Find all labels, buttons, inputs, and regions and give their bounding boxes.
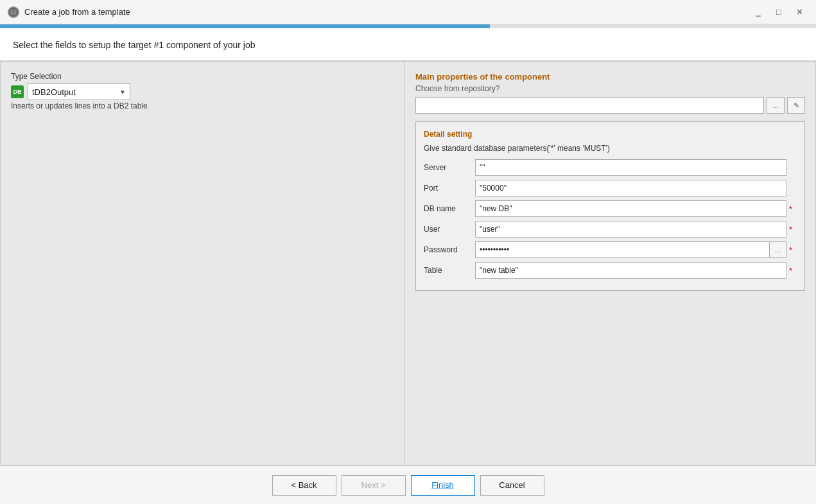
- port-row: Port: [424, 180, 797, 196]
- db-params-label: Give standard database parameters('*' me…: [424, 144, 797, 153]
- type-selection-label: Type Selection: [11, 72, 394, 81]
- type-selection-row: DB tDB2Output ▼: [11, 83, 394, 100]
- port-label: Port: [424, 184, 475, 193]
- title-bar: Create a job from a template ⎯ □ ✕: [0, 0, 816, 24]
- progress-fill: [0, 24, 490, 28]
- user-required: *: [789, 225, 797, 234]
- password-input[interactable]: [475, 241, 770, 258]
- choose-repo-label: Choose from repository?: [415, 84, 805, 93]
- main-props-title: Main properties of the component: [415, 72, 805, 82]
- password-required: *: [789, 245, 797, 255]
- type-dropdown-text: tDB2Output: [32, 87, 117, 97]
- dbname-required: *: [789, 204, 797, 214]
- dialog-body: Type Selection DB tDB2Output ▼ Inserts o…: [0, 61, 816, 465]
- server-label: Server: [424, 163, 475, 172]
- back-button[interactable]: < Back: [272, 475, 336, 496]
- table-row: Table *: [424, 262, 797, 279]
- port-input[interactable]: [475, 180, 786, 196]
- user-input[interactable]: [475, 221, 786, 238]
- window-controls: ⎯ □ ✕: [749, 4, 808, 20]
- repo-input-row: ... ✎: [415, 97, 805, 114]
- password-label: Password: [424, 245, 475, 254]
- type-dropdown[interactable]: tDB2Output ▼: [28, 83, 130, 100]
- dbname-label: DB name: [424, 204, 475, 213]
- repo-input[interactable]: [415, 97, 764, 114]
- finish-button[interactable]: Finish: [411, 475, 475, 496]
- dialog-title: Create a job from a template: [24, 7, 749, 17]
- dbname-row: DB name *: [424, 200, 797, 217]
- server-input[interactable]: [475, 159, 786, 176]
- password-ellipsis-button[interactable]: ...: [770, 241, 786, 258]
- detail-setting-title: Detail setting: [424, 130, 797, 139]
- chevron-down-icon: ▼: [119, 89, 126, 96]
- left-panel: Type Selection DB tDB2Output ▼ Inserts o…: [1, 62, 405, 465]
- dialog-footer: < Back Next > Finish Cancel: [0, 465, 816, 504]
- detail-setting-box: Detail setting Give standard database pa…: [415, 121, 805, 291]
- password-row: Password ... *: [424, 241, 797, 258]
- component-description: Inserts or updates lines into a DB2 tabl…: [11, 101, 394, 110]
- header-text: Select the fields to setup the target #1…: [13, 40, 255, 50]
- repo-ellipsis-button[interactable]: ...: [767, 97, 785, 114]
- svg-point-2: [13, 13, 14, 15]
- table-required: *: [789, 266, 797, 275]
- type-selection-section: Type Selection DB tDB2Output ▼ Inserts o…: [11, 72, 394, 110]
- user-label: User: [424, 225, 475, 234]
- minimize-button[interactable]: ⎯: [749, 4, 767, 20]
- password-input-group: ...: [475, 241, 786, 258]
- next-button[interactable]: Next >: [342, 475, 406, 496]
- app-icon: [8, 6, 19, 18]
- server-row: Server: [424, 159, 797, 176]
- maximize-button[interactable]: □: [770, 4, 788, 20]
- cancel-button[interactable]: Cancel: [480, 475, 544, 496]
- user-row: User *: [424, 221, 797, 238]
- progress-bar: [0, 24, 816, 28]
- dialog-header: Select the fields to setup the target #1…: [0, 28, 816, 61]
- dbname-input[interactable]: [475, 200, 786, 217]
- close-button[interactable]: ✕: [790, 4, 808, 20]
- component-icon: DB: [11, 85, 24, 98]
- right-panel: Main properties of the component Choose …: [405, 62, 815, 465]
- table-label: Table: [424, 266, 475, 275]
- table-input[interactable]: [475, 262, 786, 279]
- repo-edit-button[interactable]: ✎: [787, 97, 805, 114]
